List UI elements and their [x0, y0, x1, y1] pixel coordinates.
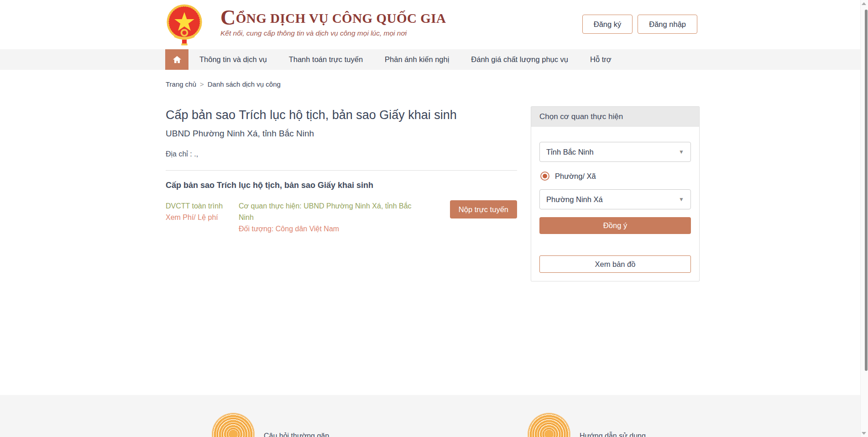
service-links-column: DVCTT toàn trình Xem Phí/ Lệ phí	[166, 200, 239, 223]
drum-emblem-icon	[212, 413, 255, 437]
home-icon	[172, 55, 182, 65]
radio-selected-icon	[540, 172, 549, 181]
ward-select[interactable]: Phường Ninh Xá ▼	[539, 189, 691, 209]
scrollbar-thumb[interactable]	[865, 10, 868, 371]
site-title-rest: ỔNG DỊCH VỤ CÔNG QUỐC GIA	[236, 11, 446, 26]
footer-faq-label: Câu hỏi thường gặp	[264, 432, 329, 437]
breadcrumb: Trang chủ>Danh sách dịch vụ công	[166, 80, 281, 88]
subject-line: Đối tượng: Công dân Việt Nam	[239, 223, 421, 234]
view-map-button[interactable]: Xem bản đồ	[539, 255, 691, 273]
chevron-down-icon: ▼	[679, 149, 684, 155]
breadcrumb-separator: >	[200, 80, 204, 88]
panel-body: Tỉnh Bắc Ninh ▼ Phường/ Xã Phường Ninh X…	[531, 127, 699, 281]
service-detail-column: Cấp bản sao Trích lục hộ tịch, bản sao G…	[166, 108, 517, 234]
site-logo[interactable]: CỔNG DỊCH VỤ CÔNG QUỐC GIA Kết nối, cung…	[220, 7, 446, 37]
footer-faq-link[interactable]: Câu hỏi thường gặp	[212, 413, 329, 437]
ward-select-value: Phường Ninh Xá	[546, 195, 603, 204]
breadcrumb-current[interactable]: Danh sách dịch vụ công	[208, 80, 281, 88]
nav-item-thong-tin-va-dich-vu[interactable]: Thông tin và dịch vụ	[188, 49, 278, 70]
scroll-up-arrow-icon[interactable]	[862, 2, 866, 5]
nav-item-danh-gia-chat-luong[interactable]: Đánh giá chất lượng phục vụ	[460, 49, 579, 70]
service-type-link[interactable]: DVCTT toàn trình	[166, 200, 239, 212]
agency-name: UBND Phường Ninh Xá, tỉnh Bắc Ninh	[166, 129, 517, 139]
footer-guide-link[interactable]: Hướng dẫn sử dụng	[528, 413, 646, 437]
vietnam-emblem-logo[interactable]	[165, 4, 204, 47]
nav-home-button[interactable]	[165, 49, 188, 70]
submit-online-button[interactable]: Nộp trực tuyến	[450, 200, 517, 218]
page-title: Cấp bản sao Trích lục hộ tịch, bản sao G…	[166, 108, 517, 122]
main-nav: Thông tin và dịch vụ Thanh toán trực tuy…	[0, 49, 868, 70]
main-content: Cấp bản sao Trích lục hộ tịch, bản sao G…	[166, 108, 700, 234]
auth-buttons: Đăng ký Đăng nhập	[582, 15, 697, 34]
section-divider	[166, 170, 517, 171]
breadcrumb-home-link[interactable]: Trang chủ	[166, 80, 196, 88]
register-button[interactable]: Đăng ký	[582, 15, 633, 34]
footer-guide-label: Hướng dẫn sử dụng	[580, 432, 646, 437]
fee-link[interactable]: Xem Phí/ Lệ phí	[166, 212, 239, 223]
header: CỔNG DỊCH VỤ CÔNG QUỐC GIA Kết nối, cung…	[0, 0, 868, 49]
chevron-down-icon: ▼	[679, 196, 684, 203]
panel-title: Chọn cơ quan thực hiện	[531, 107, 699, 127]
vertical-scrollbar[interactable]	[860, 0, 868, 437]
service-row: DVCTT toàn trình Xem Phí/ Lệ phí Cơ quan…	[166, 200, 517, 234]
radio-dot	[543, 174, 547, 178]
footer: Câu hỏi thường gặp Hướng dẫn sử dụng	[0, 395, 868, 437]
scroll-down-arrow-icon[interactable]	[862, 432, 866, 435]
ward-radio-option[interactable]: Phường/ Xã	[540, 172, 691, 181]
site-subtitle: Kết nối, cung cấp thông tin và dịch vụ c…	[220, 29, 446, 37]
ward-radio-label: Phường/ Xã	[555, 172, 596, 181]
nav-item-ho-tro[interactable]: Hỗ trợ	[579, 49, 622, 70]
province-select[interactable]: Tỉnh Bắc Ninh ▼	[539, 142, 691, 162]
agree-button[interactable]: Đồng ý	[539, 217, 691, 234]
nav-item-thanh-toan-truc-tuyen[interactable]: Thanh toán trực tuyến	[278, 49, 374, 70]
implementing-agency-line: Cơ quan thực hiện: UBND Phường Ninh Xá, …	[239, 200, 421, 223]
address-line: Địa chỉ : .,	[166, 150, 517, 158]
service-name: Cấp bản sao Trích lục hộ tịch, bản sao G…	[166, 181, 517, 190]
site-title-initial: C	[220, 6, 236, 29]
site-title: CỔNG DỊCH VỤ CÔNG QUỐC GIA	[220, 7, 446, 29]
login-button[interactable]: Đăng nhập	[638, 15, 697, 34]
nav-item-phan-anh-kien-nghi[interactable]: Phản ánh kiến nghị	[374, 49, 460, 70]
service-info-column: Cơ quan thực hiện: UBND Phường Ninh Xá, …	[239, 200, 421, 234]
drum-emblem-icon	[528, 413, 570, 437]
agency-selector-panel: Chọn cơ quan thực hiện Tỉnh Bắc Ninh ▼ P…	[531, 106, 700, 281]
province-select-value: Tỉnh Bắc Ninh	[546, 148, 594, 156]
